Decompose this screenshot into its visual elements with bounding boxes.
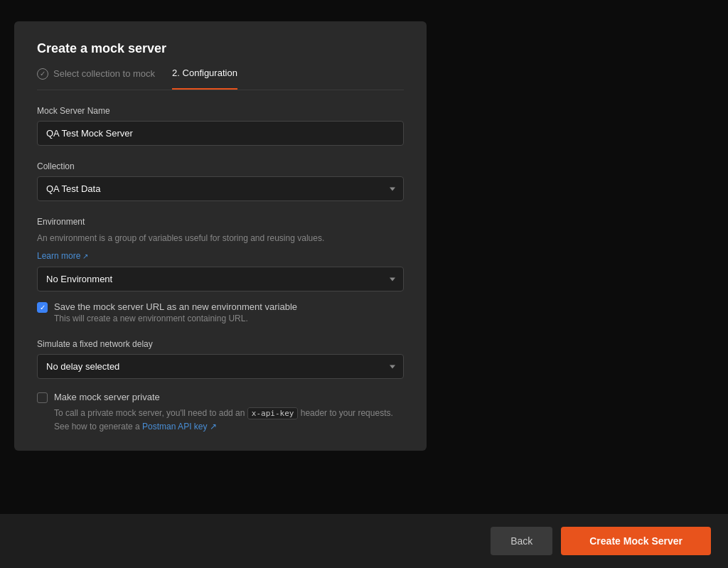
save-url-checkbox[interactable]: ✓ (37, 302, 48, 313)
collection-select-wrapper: QA Test Data (37, 176, 404, 201)
network-delay-select[interactable]: No delay selected (37, 354, 404, 379)
network-delay-label: Simulate a fixed network delay (37, 339, 404, 349)
modal-title: Create a mock server (37, 41, 404, 56)
environment-select-wrapper: No Environment (37, 267, 404, 291)
learn-more-link[interactable]: Learn more (37, 251, 88, 261)
make-private-label-group: Make mock server private To call a priva… (54, 392, 404, 434)
back-button[interactable]: Back (491, 527, 552, 555)
make-private-checkbox[interactable] (37, 392, 48, 403)
make-private-row: Make mock server private To call a priva… (37, 392, 404, 434)
mock-server-name-label: Mock Server Name (37, 106, 404, 116)
collection-select[interactable]: QA Test Data (37, 176, 404, 201)
make-private-description: To call a private mock server, you'll ne… (54, 407, 404, 434)
api-key-code: x-api-key (247, 407, 299, 419)
private-desc-prefix: To call a private mock server, you'll ne… (54, 408, 247, 418)
mock-server-name-input[interactable] (37, 121, 404, 146)
postman-api-key-link[interactable]: Postman API key ↗ (142, 422, 217, 432)
network-delay-select-wrapper: No delay selected (37, 354, 404, 379)
steps-navigation: ✓ Select collection to mock 2. Configura… (37, 68, 404, 90)
footer-buttons: Back Create Mock Server (0, 514, 728, 568)
mock-server-name-section: Mock Server Name (37, 106, 404, 146)
create-mock-server-button[interactable]: Create Mock Server (561, 527, 711, 555)
environment-select[interactable]: No Environment (37, 267, 404, 291)
environment-description: An environment is a group of variables u… (37, 232, 404, 245)
collection-label: Collection (37, 161, 404, 171)
modal-overlay: Create a mock server ✓ Select collection… (0, 0, 728, 568)
checkbox-check-icon: ✓ (40, 304, 46, 311)
step-select-collection[interactable]: ✓ Select collection to mock (37, 68, 155, 90)
save-url-label-group: Save the mock server URL as an new envir… (54, 301, 297, 323)
environment-section: Environment An environment is a group of… (37, 217, 404, 291)
step-check-icon: ✓ (37, 68, 48, 80)
save-url-sublabel: This will create a new environment conta… (54, 314, 297, 323)
collection-section: Collection QA Test Data (37, 161, 404, 201)
modal-container: Create a mock server ✓ Select collection… (14, 21, 427, 451)
save-url-label: Save the mock server URL as an new envir… (54, 301, 297, 312)
make-private-label: Make mock server private (54, 392, 404, 402)
step-select-collection-label: Select collection to mock (53, 68, 155, 79)
step-configuration-label: 2. Configuration (172, 68, 237, 78)
save-url-checkbox-row: ✓ Save the mock server URL as an new env… (37, 301, 404, 323)
network-delay-section: Simulate a fixed network delay No delay … (37, 339, 404, 379)
step-configuration[interactable]: 2. Configuration (172, 68, 237, 90)
environment-label: Environment (37, 217, 404, 227)
